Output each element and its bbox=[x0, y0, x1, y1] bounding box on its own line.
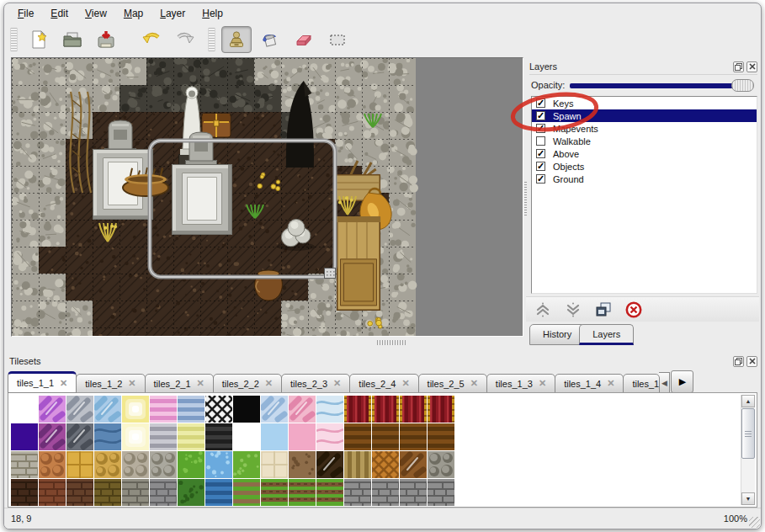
layer-row-mapevents[interactable]: Mapevents bbox=[532, 122, 757, 135]
app-window: FileEditViewMapLayerHelp Layers Opacity:… bbox=[3, 3, 762, 529]
tab-history[interactable]: History bbox=[529, 324, 585, 345]
menu-edit[interactable]: Edit bbox=[42, 4, 77, 23]
layer-visibility-checkbox[interactable] bbox=[536, 111, 545, 120]
layer-visibility-checkbox[interactable] bbox=[536, 149, 545, 158]
layer-row-keys[interactable]: Keys bbox=[532, 97, 757, 109]
tileset-tab-bar: tiles_1_1✕tiles_1_2✕tiles_2_1✕tiles_2_2✕… bbox=[8, 371, 759, 393]
tileset-tab-tiles_2_1[interactable]: tiles_2_1✕ bbox=[145, 374, 214, 393]
save-map-button[interactable] bbox=[91, 26, 121, 53]
toolbar-drag-handle[interactable] bbox=[208, 28, 215, 51]
close-tab-icon[interactable]: ✕ bbox=[333, 378, 341, 389]
tileset-tab-label: tiles_1_1 bbox=[17, 378, 54, 388]
scroll-tabs-right-button[interactable]: ▶ bbox=[671, 370, 693, 393]
tileset-tab-label: tiles_2_3 bbox=[290, 379, 327, 389]
tileset-tab-tiles_1[interactable]: tiles_1_ bbox=[623, 374, 660, 393]
menu-map[interactable]: Map bbox=[115, 4, 151, 23]
duplicate-layer-button[interactable] bbox=[593, 300, 614, 320]
tilesets-panel-title: Tilesets bbox=[9, 356, 733, 366]
redo-arrow-icon bbox=[175, 29, 195, 50]
scroll-up-arrow[interactable]: ▲ bbox=[741, 395, 755, 407]
float-icon bbox=[735, 63, 742, 71]
tileset-tab-tiles_1_4[interactable]: tiles_1_4✕ bbox=[555, 374, 624, 393]
scrollbar-thumb[interactable] bbox=[741, 408, 755, 459]
tile-palette-canvas[interactable] bbox=[10, 395, 741, 507]
layer-row-ground[interactable]: Ground bbox=[532, 173, 757, 185]
side-tabs: HistoryLayers bbox=[529, 324, 628, 348]
new-map-button[interactable] bbox=[24, 26, 54, 53]
layers-panel-title: Layers bbox=[529, 61, 733, 72]
delete-layer-button[interactable] bbox=[624, 300, 644, 320]
layer-visibility-checkbox[interactable] bbox=[536, 162, 545, 171]
opacity-slider-handle[interactable] bbox=[731, 79, 754, 92]
layer-row-above[interactable]: Above bbox=[532, 147, 757, 160]
close-tab-icon[interactable]: ✕ bbox=[470, 378, 478, 389]
layer-row-objects[interactable]: Objects bbox=[532, 160, 757, 173]
float-panel-button[interactable] bbox=[733, 356, 744, 367]
open-folder-icon bbox=[62, 29, 82, 50]
tileset-tab-tiles_1_3[interactable]: tiles_1_3✕ bbox=[486, 374, 555, 393]
tileset-tab-tiles_1_2[interactable]: tiles_1_2✕ bbox=[76, 374, 145, 393]
resize-grip[interactable] bbox=[749, 517, 760, 528]
tileset-tab-label: tiles_1_3 bbox=[496, 379, 533, 389]
float-icon bbox=[735, 358, 742, 365]
menu-bar: FileEditViewMapLayerHelp bbox=[4, 3, 761, 24]
close-tab-icon[interactable]: ✕ bbox=[607, 378, 614, 389]
palette-scrollbar[interactable]: ▲ ▼ bbox=[741, 395, 755, 505]
close-panel-button[interactable] bbox=[746, 61, 757, 72]
layer-visibility-checkbox[interactable] bbox=[536, 136, 545, 146]
tileset-tab-tiles_2_2[interactable]: tiles_2_2✕ bbox=[213, 374, 282, 393]
stamp-icon bbox=[226, 29, 247, 50]
close-tab-icon[interactable]: ✕ bbox=[197, 378, 205, 389]
tileset-tab-label: tiles_1_4 bbox=[564, 379, 601, 389]
tileset-tab-label: tiles_1_2 bbox=[85, 379, 122, 389]
save-icon bbox=[96, 29, 116, 50]
toolbar-drag-handle[interactable] bbox=[10, 28, 18, 51]
select-tool-button[interactable] bbox=[322, 26, 353, 53]
layer-name: Walkable bbox=[553, 136, 591, 146]
splitter-grip[interactable] bbox=[377, 340, 406, 345]
layer-visibility-checkbox[interactable] bbox=[536, 174, 545, 184]
opacity-slider-track[interactable] bbox=[570, 83, 751, 88]
zoom-level: 100% bbox=[724, 513, 747, 524]
horizontal-splitter[interactable] bbox=[4, 337, 523, 348]
eraser-tool-button[interactable] bbox=[289, 26, 319, 53]
raise-layer-button[interactable] bbox=[533, 300, 553, 320]
tab-layers[interactable]: Layers bbox=[579, 324, 634, 345]
close-tab-icon[interactable]: ✕ bbox=[539, 378, 546, 389]
close-tab-icon[interactable]: ✕ bbox=[401, 378, 409, 389]
tilesets-panel-header: Tilesets bbox=[9, 354, 757, 369]
lower-layer-button[interactable] bbox=[563, 300, 583, 320]
close-tab-icon[interactable]: ✕ bbox=[128, 378, 135, 389]
undo-button[interactable] bbox=[136, 26, 167, 53]
tileset-tab-tiles_2_3[interactable]: tiles_2_3✕ bbox=[281, 374, 350, 393]
tileset-tab-tiles_2_5[interactable]: tiles_2_5✕ bbox=[418, 374, 487, 393]
tileset-tab-label: tiles_2_1 bbox=[154, 379, 191, 389]
paint-bucket-icon bbox=[260, 29, 280, 50]
fill-tool-button[interactable] bbox=[255, 26, 285, 53]
map-viewport[interactable] bbox=[11, 57, 523, 337]
stamp-tool-button[interactable] bbox=[221, 26, 252, 53]
map-canvas[interactable] bbox=[12, 58, 523, 336]
close-tab-icon[interactable]: ✕ bbox=[265, 378, 273, 389]
menu-layer[interactable]: Layer bbox=[151, 4, 194, 23]
close-tab-icon[interactable]: ✕ bbox=[60, 378, 67, 389]
layer-visibility-checkbox[interactable] bbox=[536, 98, 545, 108]
layer-name: Ground bbox=[553, 174, 584, 184]
scroll-down-arrow[interactable]: ▼ bbox=[741, 492, 755, 505]
chevrons-up-icon bbox=[533, 300, 553, 320]
layer-row-spawn[interactable]: Spawn bbox=[532, 109, 757, 122]
scroll-tabs-left-button[interactable]: ◀ bbox=[659, 372, 670, 393]
redo-button[interactable] bbox=[170, 26, 200, 53]
open-map-button[interactable] bbox=[57, 26, 88, 53]
tileset-tab-tiles_2_4[interactable]: tiles_2_4✕ bbox=[349, 374, 418, 393]
menu-view[interactable]: View bbox=[77, 4, 115, 23]
layer-visibility-checkbox[interactable] bbox=[536, 124, 545, 133]
close-panel-button[interactable] bbox=[746, 356, 757, 367]
layer-name: Mapevents bbox=[553, 124, 598, 134]
menu-help[interactable]: Help bbox=[194, 4, 231, 23]
float-panel-button[interactable] bbox=[733, 61, 744, 72]
tileset-tab-tiles_1_1[interactable]: tiles_1_1✕ bbox=[8, 371, 77, 393]
opacity-slider[interactable] bbox=[570, 78, 754, 93]
menu-file[interactable]: File bbox=[9, 4, 42, 23]
layer-row-walkable[interactable]: Walkable bbox=[532, 135, 757, 147]
